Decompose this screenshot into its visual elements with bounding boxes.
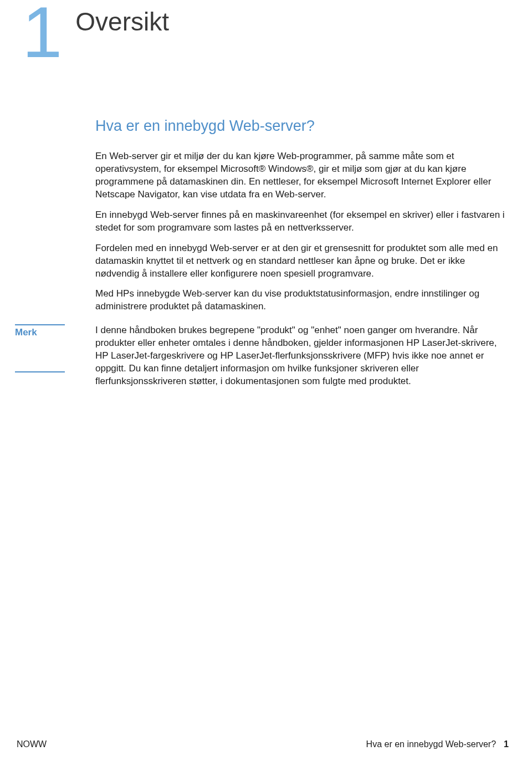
footer-left-text: NOWW [17,739,47,749]
footer-right: Hva er en innebygd Web-server? 1 [366,739,509,749]
body-paragraph: En innebygd Web-server finnes på en mask… [95,209,509,234]
chapter-title: Oversikt [75,0,169,37]
body-paragraph: En Web-server gir et miljø der du kan kj… [95,150,509,201]
note-text: I denne håndboken brukes begrepene "prod… [95,324,509,388]
body-paragraph: Fordelen med en innebygd Web-server er a… [95,242,509,280]
page-footer: NOWW Hva er en innebygd Web-server? 1 [0,739,532,749]
chapter-number: 1 [22,0,59,65]
section-heading: Hva er en innebygd Web-server? [95,118,509,135]
note-label-wrapper: Merk [15,324,95,396]
note-block: Merk I denne håndboken brukes begrepene … [95,324,509,396]
page-header: 1 Oversikt [0,0,532,65]
page-number: 1 [504,739,509,749]
body-paragraph: Med HPs innebygde Web-server kan du vise… [95,288,509,313]
content-body: Hva er en innebygd Web-server? En Web-se… [0,65,532,396]
note-content: I denne håndboken brukes begrepene "prod… [95,324,509,396]
note-label: Merk [15,324,65,372]
footer-section-title: Hva er en innebygd Web-server? [366,739,497,749]
